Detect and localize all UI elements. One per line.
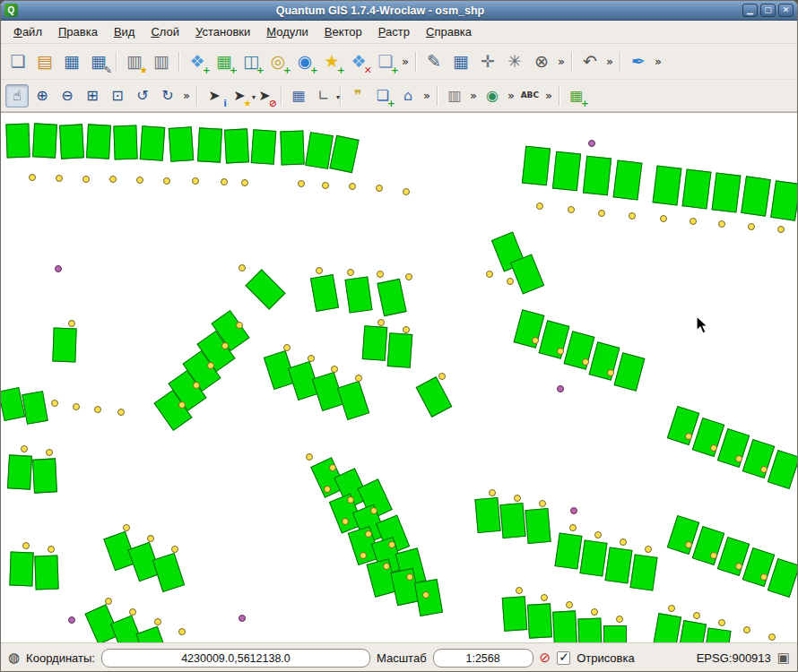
undo-button[interactable]: ↶ (577, 49, 603, 74)
node-tool-button[interactable]: ✳ (502, 49, 527, 74)
toolbar-overflow-chevron[interactable]: » (421, 89, 433, 102)
add-postgis-layer-button[interactable]: ◫+ (239, 49, 264, 74)
zoom-to-selection-icon: ⊡ (111, 89, 123, 103)
zoom-in-button[interactable]: ⊕ (30, 84, 54, 108)
zoom-to-selection-button[interactable]: ⊡ (106, 84, 129, 108)
select-features-button[interactable]: ➤★▾ (228, 84, 251, 108)
close-button[interactable]: ✕ (778, 4, 794, 17)
menu-file[interactable]: Файл (6, 22, 49, 42)
point-feature-purple (55, 265, 62, 272)
point-feature (94, 406, 101, 413)
remove-layer-button[interactable]: ❖✕ (346, 49, 371, 74)
toolbar-overflow-chevron[interactable]: » (505, 89, 517, 102)
building-feature (499, 503, 525, 538)
print-button[interactable]: ▥ (149, 49, 174, 74)
point-feature (22, 542, 30, 549)
labeling-button[interactable]: ABC (518, 84, 542, 108)
menu-raster[interactable]: Растр (371, 22, 417, 42)
menu-edit[interactable]: Правка (51, 22, 105, 42)
maximize-button[interactable]: ▢ (760, 4, 776, 17)
print-icon: ▥ (153, 53, 169, 70)
building-feature (604, 547, 632, 583)
projection-status-icon[interactable]: ▣ (777, 651, 790, 665)
toolbar-separator (415, 52, 417, 72)
toolbar-overflow-chevron[interactable]: » (603, 55, 616, 68)
menu-view[interactable]: Вид (107, 22, 143, 42)
show-bookmarks-button[interactable]: ⌂ (396, 84, 420, 108)
chevron-down-icon[interactable]: ▾ (336, 93, 340, 101)
add-spatialite-layer-button[interactable]: ◎+ (265, 49, 291, 74)
map-canvas[interactable] (1, 112, 797, 642)
point-feature (718, 220, 725, 228)
point-feature (308, 355, 315, 362)
toolbar-overflow-chevron[interactable]: » (542, 89, 555, 102)
menu-vector[interactable]: Вектор (317, 22, 369, 42)
coordinate-capture-icon[interactable]: ◍ (8, 651, 20, 665)
building-feature (682, 168, 712, 209)
add-vector-layer-button[interactable]: ❖+ (185, 49, 210, 74)
new-project-button[interactable]: ❏ (5, 49, 30, 74)
coordinates-input[interactable] (101, 649, 370, 668)
building-feature (653, 165, 682, 205)
building-feature (169, 126, 195, 162)
menu-plugins[interactable]: Модули (259, 22, 316, 42)
new-shapefile-layer-button[interactable]: ★+ (319, 49, 344, 74)
pan-map-button[interactable]: ☝ (5, 84, 29, 108)
scale-input[interactable] (433, 649, 533, 668)
point-feature (569, 524, 577, 531)
titlebar[interactable]: Q Quantum GIS 1.7.4-Wroclaw - osm_shp ▁▢… (1, 1, 797, 21)
menu-settings[interactable]: Установки (188, 22, 257, 42)
building-feature (113, 125, 137, 160)
coordinates-label: Координаты: (26, 651, 95, 665)
building-feature (305, 132, 334, 169)
save-edits-button[interactable]: ▦ (448, 49, 473, 74)
zoom-out-button[interactable]: ⊖ (56, 84, 79, 108)
identify-features-button[interactable]: ➤i (203, 84, 226, 108)
menu-layer[interactable]: Слой (143, 22, 186, 42)
save-project-button[interactable]: ▦ (59, 49, 84, 74)
add-wfs-layer-button[interactable]: ◉+ (292, 49, 317, 74)
toggle-editing-button[interactable]: ✎ (421, 49, 447, 74)
building-feature (377, 279, 406, 317)
open-project-button[interactable]: ▤ (32, 49, 57, 74)
deselect-features-button[interactable]: ➤⊘ (253, 84, 276, 108)
add-to-overview-button[interactable]: ▦+ (565, 84, 588, 108)
new-print-composer-button[interactable]: ▥★ (122, 49, 147, 74)
move-feature-button[interactable]: ✛ (475, 49, 500, 74)
globe-tool-button[interactable]: ◉ (481, 84, 504, 108)
stop-rendering-icon[interactable]: ⊘ (540, 651, 551, 665)
toolbar-overflow-chevron[interactable]: » (652, 55, 664, 68)
zoom-out-icon: ⊖ (61, 89, 73, 103)
add-raster-layer-button[interactable]: ▦+ (212, 49, 237, 74)
building-feature (362, 325, 388, 361)
point-feature (489, 489, 496, 496)
point-feature (607, 369, 614, 376)
zoom-last-button[interactable]: ↺ (131, 84, 154, 108)
building-feature (712, 172, 742, 212)
add-delimited-text-layer-button[interactable]: ❏+ (373, 49, 398, 74)
toolbar-overflow-chevron[interactable]: » (555, 55, 568, 68)
point-feature (129, 608, 136, 616)
open-attribute-table-button[interactable]: ▦ (287, 84, 310, 108)
render-checkbox[interactable]: ✓ (557, 651, 570, 665)
toolbar-overflow-chevron[interactable]: » (180, 89, 193, 102)
labeling-icon: ABC (521, 91, 539, 99)
undo-icon: ↶ (583, 53, 597, 70)
point-feature (403, 326, 410, 333)
new-bookmark-button[interactable]: ❏+ (371, 84, 395, 108)
toolbar-overflow-chevron[interactable]: » (467, 89, 480, 102)
zoom-next-button[interactable]: ↻ (156, 84, 179, 108)
point-feature (117, 409, 125, 416)
save-project-as-button[interactable]: ▦✎ (86, 49, 111, 74)
delete-selected-button[interactable]: ⊗ (529, 49, 554, 74)
diagram-overlay-button[interactable]: ▥ (443, 84, 466, 108)
minimize-button[interactable]: ▁ (742, 4, 758, 17)
plugin-tool-button[interactable]: ✒ (626, 49, 651, 74)
map-tips-button[interactable]: ❞ (346, 84, 369, 108)
measure-line-button[interactable]: ∟▾ (312, 84, 335, 108)
menu-help[interactable]: Справка (419, 22, 479, 42)
point-feature (536, 202, 543, 210)
toolbar-overflow-chevron[interactable]: » (399, 55, 412, 68)
zoom-full-button[interactable]: ⊞ (81, 84, 104, 108)
point-feature (283, 344, 291, 351)
